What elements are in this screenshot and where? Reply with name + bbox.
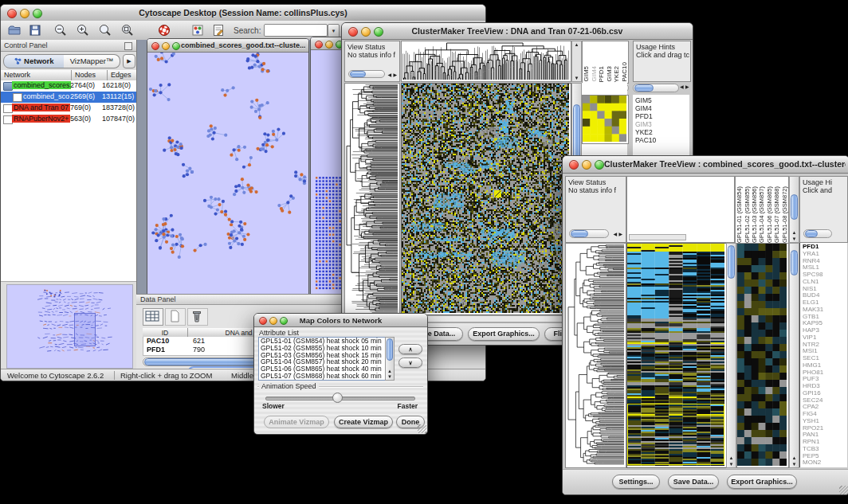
network-row[interactable]: combined_scores2764(0)16218(0) xyxy=(1,80,136,92)
zoom-in-icon[interactable] xyxy=(76,23,90,41)
resize-grip[interactable] xyxy=(839,486,848,494)
close-icon[interactable] xyxy=(315,41,323,49)
minimize-icon[interactable] xyxy=(325,41,333,49)
column-label[interactable]: GPL51-02 (GSM855) xyxy=(744,186,751,243)
tv2-titlebar[interactable]: ClusterMaker TreeView : combined_scores_… xyxy=(563,156,848,174)
network-overview-canvas[interactable] xyxy=(6,284,133,369)
tv2-save-data-button[interactable]: Save Data... xyxy=(668,475,719,489)
column-label[interactable]: GPL51-07 (GSM868) xyxy=(773,186,780,243)
open-folder-icon[interactable] xyxy=(7,23,22,41)
column-header-edges[interactable]: Edges xyxy=(108,70,136,80)
search-input[interactable] xyxy=(264,24,328,37)
create-vizmap-button[interactable]: Create Vizmap xyxy=(334,416,393,428)
column-label[interactable]: GIM5 xyxy=(583,66,590,82)
move-down-button[interactable]: ∨ xyxy=(398,357,422,368)
tv1-column-labels[interactable]: GIM5GIM4PFD1GIM3YKE2PAC10 xyxy=(582,41,629,84)
column-label[interactable]: PFD1 xyxy=(598,66,605,82)
network-row[interactable]: combined_sco2569(6)13112(15) xyxy=(1,92,136,103)
move-up-button[interactable]: ∧ xyxy=(398,344,422,354)
view-status-scrollbar[interactable] xyxy=(569,229,609,238)
close-icon[interactable] xyxy=(151,42,159,50)
tab-more-button[interactable]: ▶ xyxy=(123,54,135,68)
gene-label[interactable]: PAC10 xyxy=(633,136,689,144)
scroll-left-icon[interactable]: ◀ xyxy=(613,232,617,237)
column-label[interactable]: GIM3 xyxy=(606,66,613,82)
tv2-export-graphics-button[interactable]: Export Graphics... xyxy=(727,475,797,489)
usage-hints-scrollbar[interactable] xyxy=(803,229,832,238)
column-label[interactable]: YKE2 xyxy=(613,66,620,82)
scroll-down-icon[interactable]: ▼ xyxy=(790,462,799,467)
scroll-up-icon[interactable]: ▲ xyxy=(727,455,736,460)
attribute-list-item[interactable]: GPL51-07 (GSM868) heat shock 60 min xyxy=(259,373,385,380)
scroll-up-icon[interactable]: ▲ xyxy=(790,455,799,460)
tv1-titlebar[interactable]: ClusterMaker TreeView : DNA and Tran 07-… xyxy=(342,23,693,40)
gene-label[interactable]: PFD1 xyxy=(633,112,689,120)
column-label[interactable]: GPL51-03 (GSM856) xyxy=(751,186,758,243)
tv1-row-dendrogram[interactable] xyxy=(344,83,400,315)
scroll-up-icon[interactable]: ▲ xyxy=(386,369,394,373)
tv2-row-dendrogram[interactable] xyxy=(565,243,626,468)
tv1-export-graphics-button[interactable]: Export Graphics... xyxy=(468,327,540,341)
save-icon[interactable] xyxy=(28,23,42,41)
minimize-icon[interactable] xyxy=(162,42,170,50)
dialog-titlebar[interactable]: Map Colors to Network xyxy=(254,314,427,327)
main-titlebar[interactable]: Cytoscape Desktop (Session Name: collins… xyxy=(1,5,485,21)
gene-label[interactable]: GIM4 xyxy=(633,104,689,112)
network-row[interactable]: DNA and Tran 07769(0)183728(0) xyxy=(1,103,136,114)
attribute-list-vscrollbar[interactable]: ▲ ▼ xyxy=(385,337,395,381)
tv2-settings-button[interactable]: Settings... xyxy=(612,475,660,489)
attribute-list[interactable]: GPL51-01 (GSM854) heat shock 05 minGPL51… xyxy=(258,337,386,381)
view-status-scrollbar[interactable] xyxy=(348,70,385,78)
delete-attribute-trash-icon[interactable] xyxy=(187,308,208,326)
gene-label[interactable]: YKE2 xyxy=(633,128,689,136)
animate-vizmap-button[interactable]: Animate Vizmap xyxy=(264,416,329,428)
column-header-network[interactable]: Network xyxy=(1,70,72,80)
tv1-zoom-heatmap[interactable] xyxy=(582,95,629,144)
tv1-usage-hscrollbar[interactable] xyxy=(633,84,679,92)
gene-label[interactable]: GIM5 xyxy=(633,96,689,104)
column-label[interactable]: GPL51-04 (GSM857) xyxy=(758,186,765,243)
resize-grip[interactable] xyxy=(418,424,426,433)
zoom-out-icon[interactable] xyxy=(53,23,68,41)
scroll-up-icon[interactable]: ▲ xyxy=(572,42,581,47)
tv2-global-heatmap[interactable] xyxy=(626,243,727,468)
column-label[interactable]: GIM4 xyxy=(591,66,598,82)
tv2-column-labels[interactable]: GPL51-01 (GSM854)GPL51-02 (GSM855)GPL51-… xyxy=(735,176,789,244)
scroll-right-icon[interactable]: ▶ xyxy=(685,84,689,90)
close-icon[interactable] xyxy=(569,160,579,170)
column-header-nodes[interactable]: Nodes xyxy=(72,70,108,80)
tab-vizmapper[interactable]: VizMapper™ xyxy=(64,54,120,68)
column-label[interactable]: GPL51-01 (GSM854) xyxy=(736,186,743,243)
float-panel-icon[interactable] xyxy=(124,42,132,50)
tv2-global-vscrollbar[interactable]: ▲ ▼ xyxy=(726,243,736,468)
tv2-zoom-heatmap[interactable] xyxy=(736,243,789,468)
new-attribute-icon[interactable] xyxy=(165,308,186,326)
zoom-fit-icon[interactable] xyxy=(98,23,112,41)
scroll-right-icon[interactable]: ▶ xyxy=(618,232,622,237)
scroll-up-icon[interactable]: ▲ xyxy=(790,230,799,235)
column-label[interactable]: GPL51-06 (GSM865) xyxy=(766,186,773,243)
network-row[interactable]: RNAPuberNov2+563(0)107847(0) xyxy=(1,114,136,125)
scroll-right-icon[interactable]: ▶ xyxy=(393,72,397,78)
animation-speed-slider-thumb[interactable] xyxy=(332,393,343,403)
gene-label[interactable]: MON2 xyxy=(800,459,847,467)
scroll-left-icon[interactable]: ◀ xyxy=(680,84,684,90)
network-view-canvas[interactable] xyxy=(147,53,307,295)
zoom-selected-icon[interactable] xyxy=(120,23,135,41)
tv1-column-dendrogram[interactable] xyxy=(401,41,571,82)
column-label[interactable]: GPL51-08 (GSM872) xyxy=(781,186,788,243)
scroll-down-icon[interactable]: ▼ xyxy=(572,76,581,80)
gene-label[interactable]: GIM3 xyxy=(633,120,689,128)
scroll-left-icon[interactable]: ◀ xyxy=(387,72,391,78)
scroll-down-icon[interactable]: ▼ xyxy=(386,374,394,379)
tv1-mini-vscroll[interactable]: ▲ ▼ xyxy=(571,41,582,82)
tv1-heatmap[interactable] xyxy=(401,83,571,315)
tv2-zoom-vscrollbar[interactable]: ▲ ▼ xyxy=(789,243,799,468)
table-mode-icon[interactable] xyxy=(143,308,163,326)
zoom-window-icon[interactable] xyxy=(595,160,604,170)
tab-network[interactable]: Network xyxy=(3,54,65,68)
minimize-icon[interactable] xyxy=(582,160,591,170)
dp-column-id[interactable]: ID xyxy=(143,328,188,337)
scroll-down-icon[interactable]: ▼ xyxy=(790,236,799,241)
column-label[interactable]: PAC10 xyxy=(621,62,628,82)
